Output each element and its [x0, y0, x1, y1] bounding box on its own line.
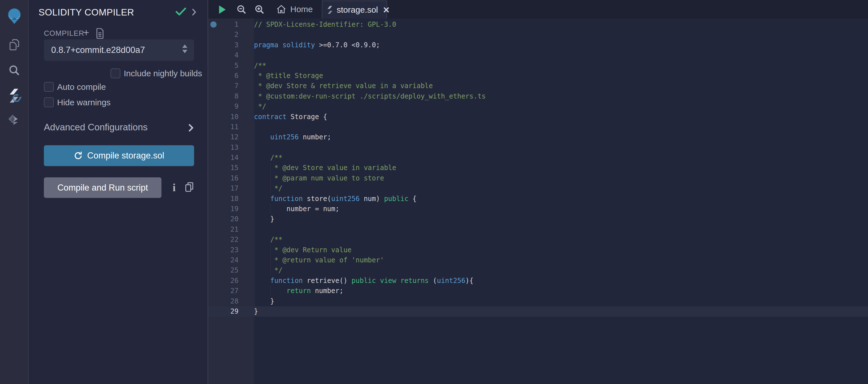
line-number: 14	[208, 153, 239, 163]
home-icon	[276, 4, 286, 14]
line-number: 4	[208, 50, 239, 60]
solidity-compiler-icon[interactable]	[0, 88, 29, 104]
solidity-file-icon	[327, 6, 333, 14]
compiler-version-select[interactable]: 0.8.7+commit.e28d00a7	[44, 39, 194, 61]
line-number: 24	[208, 255, 239, 265]
line-number: 19	[208, 204, 239, 214]
compiler-version-value: 0.8.7+commit.e28d00a7	[51, 39, 145, 61]
editor-area: Home storage.sol ✕ 123456789101112131415…	[208, 0, 868, 384]
tab-storage-sol[interactable]: storage.sol ✕	[322, 1, 387, 19]
code-line: */	[254, 183, 868, 194]
line-number: 15	[208, 163, 239, 173]
check-icon	[176, 7, 186, 16]
code-line: * @return value of 'number'	[254, 255, 868, 265]
code-line: /**	[254, 235, 868, 245]
indent-guide	[270, 204, 271, 214]
line-number: 9	[208, 101, 239, 112]
indent-guide	[270, 265, 271, 275]
line-number: 23	[208, 245, 239, 255]
line-number: 5	[208, 61, 239, 71]
search-icon[interactable]	[0, 64, 29, 77]
line-number: 17	[208, 183, 239, 194]
run-script-icon[interactable]	[218, 5, 227, 14]
zoom-in-icon[interactable]	[254, 4, 265, 15]
indent-guide	[270, 163, 271, 173]
panel-divider[interactable]	[208, 0, 208, 384]
auto-compile-checkbox[interactable]	[44, 82, 54, 92]
deploy-run-icon[interactable]	[0, 113, 29, 127]
close-tab-icon[interactable]: ✕	[383, 5, 390, 15]
line-number: 11	[208, 122, 239, 132]
code-line	[254, 122, 868, 132]
line-number: 2	[208, 30, 239, 40]
line-number: 12	[208, 132, 239, 142]
panel-title: SOLIDITY COMPILER	[38, 7, 134, 18]
code-line: }	[254, 214, 868, 224]
remix-ide: SOLIDITY COMPILER COMPILER + 0.8.7+commi…	[0, 0, 868, 384]
code-line	[254, 50, 868, 60]
activity-bar	[0, 0, 29, 384]
code-line	[254, 30, 868, 40]
line-number: 28	[208, 296, 239, 306]
line-number: 1	[208, 20, 239, 30]
chevron-right-icon[interactable]	[192, 8, 196, 16]
editor-tabbar: Home storage.sol ✕	[208, 0, 868, 19]
indent-guide	[270, 286, 271, 296]
code-line: // SPDX-License-Identifier: GPL-3.0	[254, 20, 868, 30]
code-line	[254, 143, 868, 153]
code-line: /**	[254, 61, 868, 71]
zoom-out-icon[interactable]	[236, 4, 247, 15]
compile-button-label: Compile storage.sol	[87, 151, 164, 161]
hide-warnings-checkbox[interactable]	[44, 97, 54, 107]
add-compiler-icon[interactable]: +	[83, 28, 89, 38]
code-line: contract Storage {	[254, 112, 868, 122]
info-icon[interactable]: i	[169, 181, 179, 194]
compiler-section-label: COMPILER	[44, 29, 84, 38]
code-lines[interactable]: // SPDX-License-Identifier: GPL-3.0pragm…	[254, 20, 868, 317]
line-number: 16	[208, 173, 239, 183]
code-editor[interactable]: 1234567891011121314151617181920212223242…	[208, 19, 868, 384]
line-number: 8	[208, 91, 239, 101]
code-line: */	[254, 101, 868, 112]
nightly-builds-checkbox[interactable]	[111, 68, 120, 78]
tab-home[interactable]: Home	[271, 0, 318, 19]
advanced-chevron-icon[interactable]	[188, 124, 193, 132]
indent-guide	[270, 245, 271, 255]
code-line: * @title Storage	[254, 71, 868, 81]
hide-warnings-label: Hide warnings	[57, 98, 111, 107]
code-line: return number;	[254, 286, 868, 296]
code-line: */	[254, 265, 868, 275]
solidity-compiler-panel: SOLIDITY COMPILER COMPILER + 0.8.7+commi…	[29, 0, 208, 384]
compile-and-run-button[interactable]: Compile and Run script	[44, 177, 161, 198]
compile-button[interactable]: Compile storage.sol	[44, 145, 194, 166]
line-number: 25	[208, 265, 239, 275]
line-number: 29	[208, 306, 239, 317]
code-line	[254, 225, 868, 235]
indent-guide	[270, 183, 271, 194]
document-icon[interactable]	[96, 28, 104, 39]
line-number: 10	[208, 112, 239, 122]
code-line: number = num;	[254, 204, 868, 214]
advanced-configurations-label[interactable]: Advanced Configurations	[44, 122, 148, 132]
copy-icon[interactable]	[185, 182, 194, 193]
code-line: /**	[254, 153, 868, 163]
code-line: pragma solidity >=0.7.0 <0.9.0;	[254, 40, 868, 50]
line-number: 22	[208, 235, 239, 245]
nightly-builds-label: Include nightly builds	[124, 69, 202, 78]
line-number: 3	[208, 40, 239, 50]
code-line: }	[254, 306, 868, 317]
line-number: 27	[208, 286, 239, 296]
remix-logo[interactable]	[0, 8, 29, 25]
code-line: * @param num value to store	[254, 173, 868, 183]
code-line: }	[254, 296, 868, 306]
code-line: function retrieve() public view returns …	[254, 276, 868, 286]
tab-storage-label: storage.sol	[337, 5, 378, 14]
code-line: uint256 number;	[254, 132, 868, 142]
select-stepper-icon	[182, 45, 187, 53]
code-line: function store(uint256 num) public {	[254, 194, 868, 204]
file-explorer-icon[interactable]	[0, 38, 29, 52]
line-number: 21	[208, 225, 239, 235]
line-number: 6	[208, 71, 239, 81]
line-number: 20	[208, 214, 239, 224]
code-line: * @custom:dev-run-script ./scripts/deplo…	[254, 91, 868, 101]
